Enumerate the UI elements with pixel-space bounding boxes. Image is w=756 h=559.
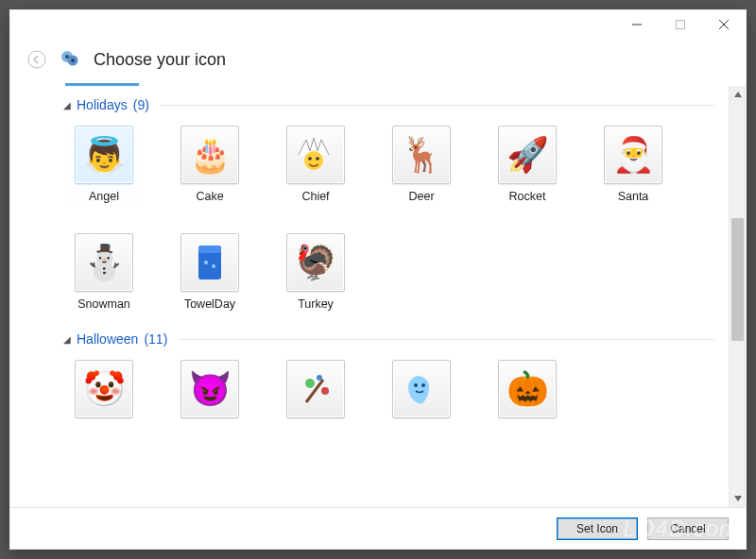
jester-icon: 🤡	[83, 372, 126, 406]
svg-point-18	[321, 387, 329, 395]
svg-point-10	[308, 157, 312, 161]
scroll-thumb[interactable]	[731, 218, 744, 341]
window: Choose your icon ◢ Holidays (9) 👼 Angel	[9, 9, 747, 550]
icon-item-angel[interactable]: 👼 Angel	[69, 126, 139, 203]
svg-rect-1	[677, 21, 685, 29]
icon-item-cake[interactable]: 🎂 Cake	[175, 126, 245, 203]
scroll-up-icon[interactable]	[730, 86, 746, 103]
icon-item-towelday[interactable]: TowelDay	[175, 233, 245, 311]
thumb	[392, 360, 451, 418]
thumb	[286, 126, 345, 184]
icon-label: Santa	[598, 190, 668, 203]
thumb	[180, 233, 239, 292]
icon-label: TowelDay	[175, 297, 245, 311]
chief-icon	[295, 134, 336, 176]
maximize-button	[659, 10, 702, 39]
category-header[interactable]: ◢ Halloween (11)	[63, 331, 729, 347]
page-title: Choose your icon	[94, 50, 226, 70]
thumb: 🦃	[286, 233, 345, 292]
icon-label: Turkey	[281, 297, 351, 311]
minimize-button[interactable]	[615, 10, 659, 39]
header: Choose your icon	[10, 39, 746, 79]
scrollbar[interactable]	[729, 86, 746, 507]
titlebar	[10, 10, 746, 39]
category-name: Holidays	[77, 97, 128, 112]
towel-icon	[191, 242, 229, 283]
thumb: 🎂	[180, 126, 239, 184]
santa-icon: 🎅	[612, 138, 655, 172]
icon-label: Cake	[175, 190, 245, 203]
cancel-button[interactable]: Cancel	[647, 517, 729, 540]
category-header[interactable]: ◢ Holidays (9)	[63, 97, 729, 112]
svg-point-19	[317, 375, 322, 381]
pumpkin-icon: 🎃	[507, 372, 549, 406]
app-icon	[60, 48, 80, 72]
footer: Set Icon Cancel	[10, 507, 746, 549]
svg-point-20	[414, 383, 418, 387]
svg-point-17	[305, 379, 315, 388]
thumb: 🚀	[498, 126, 557, 184]
category-name: Halloween	[77, 331, 138, 347]
icon-list: ◢ Holidays (9) 👼 Angel 🎂 Cake	[10, 86, 729, 507]
ghost-icon	[401, 370, 442, 408]
svg-point-4	[28, 51, 45, 68]
svg-point-21	[421, 383, 425, 387]
thumb: 😈	[180, 360, 239, 418]
icon-label: Angel	[69, 190, 139, 203]
category-halloween: ◢ Halloween (11) 🤡 😈	[63, 331, 729, 428]
icon-item-santa[interactable]: 🎅 Santa	[598, 126, 668, 203]
icon-item-snowman[interactable]: ⛄ Snowman	[69, 233, 139, 311]
icon-item[interactable]: 😈	[175, 360, 245, 424]
thumb: 🎃	[498, 360, 557, 418]
deer-icon: 🦌	[401, 138, 443, 172]
icon-label: Chief	[281, 190, 351, 203]
turkey-icon: 🦃	[295, 246, 337, 280]
thumb: 👼	[75, 126, 133, 184]
thumb: ⛄	[75, 233, 133, 292]
scroll-down-icon[interactable]	[730, 490, 746, 507]
icon-item[interactable]: 🎃	[492, 360, 562, 424]
close-button[interactable]	[702, 10, 746, 39]
rocket-icon: 🚀	[507, 138, 549, 172]
svg-point-8	[71, 59, 75, 62]
icon-item-deer[interactable]: 🦌 Deer	[387, 126, 456, 203]
snowman-icon: ⛄	[83, 246, 126, 280]
icon-item[interactable]: 🤡	[69, 360, 139, 424]
icon-item-chief[interactable]: Chief	[281, 126, 351, 203]
category-count: (9)	[133, 97, 149, 112]
back-icon[interactable]	[27, 50, 46, 72]
icon-item[interactable]	[387, 360, 456, 424]
thumb: 🎅	[604, 126, 662, 184]
devil-icon: 😈	[189, 372, 232, 406]
cake-icon: 🎂	[189, 138, 232, 172]
icon-grid: 👼 Angel 🎂 Cake	[63, 120, 729, 314]
icon-item-turkey[interactable]: 🦃 Turkey	[281, 233, 351, 311]
svg-point-14	[204, 261, 208, 264]
svg-point-11	[316, 157, 319, 161]
svg-point-7	[65, 55, 69, 59]
icon-label: Snowman	[69, 297, 139, 311]
thumb	[286, 360, 345, 418]
category-rule	[161, 105, 715, 106]
category-holidays: ◢ Holidays (9) 👼 Angel 🎂 Cake	[63, 97, 729, 314]
set-icon-button[interactable]: Set Icon	[557, 517, 638, 540]
icon-item[interactable]	[281, 360, 351, 424]
category-rule	[179, 339, 715, 340]
thumb: 🦌	[392, 126, 451, 184]
svg-point-9	[304, 151, 323, 170]
icon-label: Rocket	[492, 190, 562, 203]
svg-point-15	[212, 264, 215, 268]
content-area: ◢ Holidays (9) 👼 Angel 🎂 Cake	[10, 86, 746, 507]
icon-label: Deer	[387, 190, 456, 203]
expand-icon: ◢	[63, 100, 71, 110]
wand-icon	[297, 370, 335, 408]
thumb: 🤡	[75, 360, 133, 418]
svg-rect-13	[198, 246, 221, 253]
angel-icon: 👼	[83, 138, 126, 172]
icon-grid: 🤡 😈	[63, 354, 729, 428]
expand-icon: ◢	[63, 334, 71, 345]
icon-item-rocket[interactable]: 🚀 Rocket	[492, 126, 562, 203]
category-count: (11)	[144, 331, 167, 347]
